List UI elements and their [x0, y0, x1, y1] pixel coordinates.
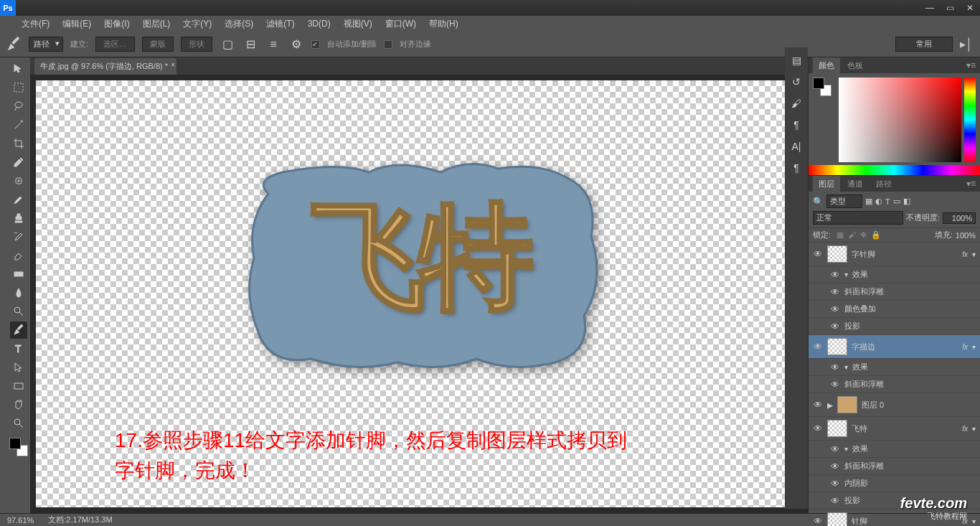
wand-tool[interactable]	[10, 116, 27, 133]
arrange-icon[interactable]: ≡	[265, 37, 281, 52]
mask-button[interactable]: 蒙版	[142, 37, 174, 52]
filter-shape-icon[interactable]: ▭	[893, 197, 900, 206]
tab-paths[interactable]: 路径	[870, 176, 897, 192]
lock-pixels-icon[interactable]: 🖌	[848, 230, 856, 240]
layer-item[interactable]: 👁字描边fx▾	[809, 335, 980, 359]
layer-effect-item[interactable]: 👁▾效果	[809, 359, 980, 376]
history-brush-tool[interactable]	[10, 228, 27, 245]
visibility-icon[interactable]: 👁	[830, 287, 840, 297]
workspace-dropdown[interactable]: 常用	[895, 37, 953, 52]
shape-button[interactable]: 形状	[181, 37, 212, 52]
menu-select[interactable]: 选择(S)	[225, 18, 253, 30]
zoom-level[interactable]: 97.61%	[7, 516, 34, 525]
menu-3d[interactable]: 3D(D)	[308, 19, 331, 29]
foreground-color-swatch[interactable]	[9, 438, 21, 449]
lasso-tool[interactable]	[10, 98, 27, 115]
visibility-icon[interactable]: 👁	[830, 444, 840, 454]
layer-item[interactable]: 👁▸图层 0	[809, 393, 980, 417]
saturation-field[interactable]	[839, 78, 961, 162]
opacity-input[interactable]: 100%	[943, 212, 976, 224]
filter-adjust-icon[interactable]: ◐	[875, 197, 882, 206]
color-panel-menu-icon[interactable]: ▾≡	[966, 60, 980, 70]
visibility-icon[interactable]: 👁	[813, 342, 823, 352]
close-button[interactable]: ✕	[960, 1, 980, 15]
history-icon[interactable]: ▤	[792, 55, 801, 66]
auto-add-checkbox[interactable]	[311, 40, 320, 49]
collapse-icon[interactable]: ▸│	[958, 37, 974, 52]
layer-effect-item[interactable]: 👁内阴影	[809, 475, 980, 492]
rectangle-tool[interactable]	[10, 377, 27, 395]
fx-toggle-icon[interactable]: ▾	[972, 517, 976, 525]
heal-tool[interactable]	[10, 172, 27, 189]
layer-effect-item[interactable]: 👁斜面和浮雕	[809, 458, 980, 475]
layer-item[interactable]: 👁飞特fx▾	[809, 417, 980, 441]
fx-toggle-icon[interactable]: ▾	[972, 250, 976, 258]
effects-toggle-icon[interactable]: ▾	[844, 363, 848, 371]
menu-image[interactable]: 图像(I)	[104, 18, 129, 30]
visibility-icon[interactable]: 👁	[830, 461, 840, 471]
styles-icon[interactable]: ¶	[793, 162, 799, 174]
layer-effect-item[interactable]: 👁斜面和浮雕	[809, 283, 980, 301]
menu-type[interactable]: 文字(Y)	[183, 18, 212, 30]
visibility-icon[interactable]: 👁	[830, 380, 840, 390]
visibility-icon[interactable]: 👁	[830, 362, 840, 372]
layer-effect-item[interactable]: 👁颜色叠加	[809, 301, 980, 318]
character-icon[interactable]: A|	[792, 141, 801, 152]
foreground-background-color[interactable]	[9, 438, 28, 456]
marquee-tool[interactable]	[10, 79, 27, 96]
pen-tool-icon[interactable]	[6, 37, 22, 52]
menu-file[interactable]: 文件(F)	[22, 18, 50, 30]
menu-edit[interactable]: 编辑(E)	[62, 18, 91, 30]
move-tool[interactable]	[10, 60, 27, 78]
tab-channels[interactable]: 通道	[842, 176, 869, 192]
filter-pixel-icon[interactable]: ▦	[865, 197, 872, 206]
brush-tool[interactable]	[10, 191, 27, 208]
combine-icon[interactable]: ▢	[220, 37, 235, 52]
tab-swatches[interactable]: 色板	[842, 57, 869, 74]
layer-effect-item[interactable]: 👁斜面和浮雕	[809, 376, 980, 393]
eraser-tool[interactable]	[10, 247, 27, 264]
canvas[interactable]: 飞特 17.参照步骤11给文字添加针脚，然后复制图层样式拷贝到 字针脚，完成！	[30, 75, 808, 513]
zoom-tool[interactable]	[10, 415, 27, 432]
blur-tool[interactable]	[10, 284, 27, 301]
visibility-icon[interactable]: 👁	[813, 423, 823, 433]
selection-button[interactable]: 选区…	[95, 37, 135, 52]
visibility-icon[interactable]: 👁	[830, 270, 840, 280]
visibility-icon[interactable]: 👁	[830, 321, 840, 332]
menu-view[interactable]: 视图(V)	[344, 18, 372, 30]
filter-type-icon[interactable]: T	[885, 197, 890, 206]
effects-toggle-icon[interactable]: ▾	[844, 271, 848, 278]
hue-strip[interactable]	[964, 78, 976, 162]
menu-window[interactable]: 窗口(W)	[385, 18, 416, 30]
tab-color[interactable]: 颜色	[813, 57, 840, 74]
visibility-icon[interactable]: 👁	[830, 479, 840, 489]
layer-effect-item[interactable]: 👁▾效果	[809, 266, 980, 283]
type-tool[interactable]: T	[10, 340, 27, 357]
lock-position-icon[interactable]: ✥	[860, 230, 867, 240]
filter-type-dropdown[interactable]: 类型	[826, 194, 862, 208]
fx-badge[interactable]: fx	[962, 343, 968, 351]
blend-mode-dropdown[interactable]: 正常	[813, 211, 903, 225]
panel-fg-swatch[interactable]	[813, 78, 824, 89]
stamp-tool[interactable]	[10, 210, 27, 227]
align-icon[interactable]: ⊟	[242, 37, 258, 52]
fx-toggle-icon[interactable]: ▾	[972, 425, 976, 433]
visibility-icon[interactable]: 👁	[830, 304, 840, 314]
minimize-button[interactable]: —	[920, 1, 940, 15]
gear-icon[interactable]: ⚙	[288, 37, 304, 52]
visibility-icon[interactable]: 👁	[830, 496, 840, 506]
fill-input[interactable]: 100%	[956, 231, 976, 240]
tab-close-icon[interactable]: ×	[171, 61, 175, 69]
fx-badge[interactable]: fx	[962, 425, 968, 433]
pen-tool[interactable]	[10, 321, 27, 339]
visibility-icon[interactable]: 👁	[813, 516, 823, 526]
gradient-tool[interactable]	[10, 266, 27, 283]
tab-layers[interactable]: 图层	[813, 176, 840, 192]
crop-tool[interactable]	[10, 135, 27, 152]
align-edges-checkbox[interactable]	[384, 40, 392, 49]
doc-size[interactable]: 文档:2.17M/13.3M	[48, 515, 112, 525]
panel-fg-bg[interactable]	[813, 78, 831, 96]
visibility-icon[interactable]: 👁	[813, 400, 823, 410]
color-picker-field[interactable]	[839, 78, 976, 162]
expand-strip[interactable]	[0, 57, 7, 513]
